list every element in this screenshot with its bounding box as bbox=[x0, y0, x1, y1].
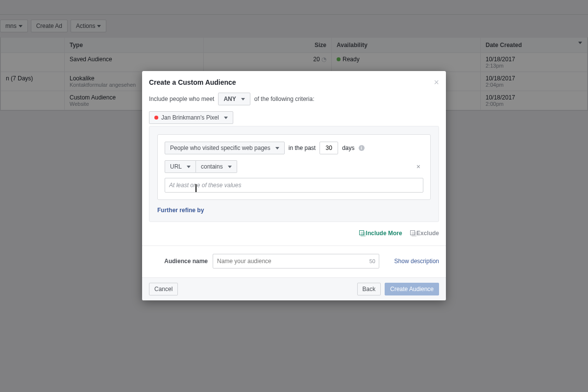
include-icon bbox=[359, 230, 364, 235]
days-label: days bbox=[342, 145, 354, 151]
exclude-link[interactable]: Exclude bbox=[410, 230, 439, 237]
pixel-selector[interactable]: Jan Brinkmann's Pixel bbox=[149, 111, 233, 124]
criteria-row: Include people who meet ANY of the follo… bbox=[149, 93, 439, 105]
include-more-link[interactable]: Include More bbox=[359, 230, 402, 237]
remove-rule-icon[interactable]: × bbox=[414, 163, 423, 171]
audience-name-input[interactable] bbox=[213, 254, 379, 269]
rule-container: People who visited specific web pages in… bbox=[149, 126, 439, 222]
caret-down-icon bbox=[241, 98, 245, 100]
days-input[interactable] bbox=[319, 142, 338, 154]
show-description-link[interactable]: Show description bbox=[394, 258, 439, 265]
url-values-input[interactable] bbox=[165, 178, 423, 193]
info-icon[interactable]: i bbox=[359, 145, 365, 151]
modal-title: Create a Custom Audience bbox=[149, 78, 236, 86]
back-button[interactable]: Back bbox=[357, 283, 381, 295]
caret-down-icon bbox=[228, 166, 232, 168]
exclude-icon bbox=[410, 230, 415, 235]
visit-rule-selector[interactable]: People who visited specific web pages bbox=[165, 142, 285, 154]
close-icon[interactable]: × bbox=[434, 78, 439, 87]
caret-down-icon bbox=[275, 147, 279, 149]
caret-down-icon bbox=[224, 117, 228, 119]
modal-footer: Cancel Back Create Audience bbox=[142, 277, 446, 300]
create-custom-audience-modal: Create a Custom Audience × Include peopl… bbox=[142, 71, 446, 300]
name-char-counter: 50 bbox=[369, 258, 375, 264]
audience-name-label: Audience name bbox=[149, 258, 208, 265]
url-field-selector[interactable]: URL bbox=[165, 160, 196, 173]
pixel-status-icon bbox=[154, 116, 158, 120]
further-refine-link[interactable]: Further refine by bbox=[157, 207, 431, 214]
modal-overlay: Create a Custom Audience × Include peopl… bbox=[0, 0, 588, 392]
contains-selector[interactable]: contains bbox=[196, 160, 237, 173]
match-any-selector[interactable]: ANY bbox=[218, 93, 250, 105]
in-past-label: in the past bbox=[289, 145, 316, 151]
cancel-button[interactable]: Cancel bbox=[149, 283, 178, 295]
text-cursor-icon bbox=[196, 184, 196, 192]
caret-down-icon bbox=[187, 166, 191, 168]
create-audience-button[interactable]: Create Audience bbox=[385, 283, 439, 295]
